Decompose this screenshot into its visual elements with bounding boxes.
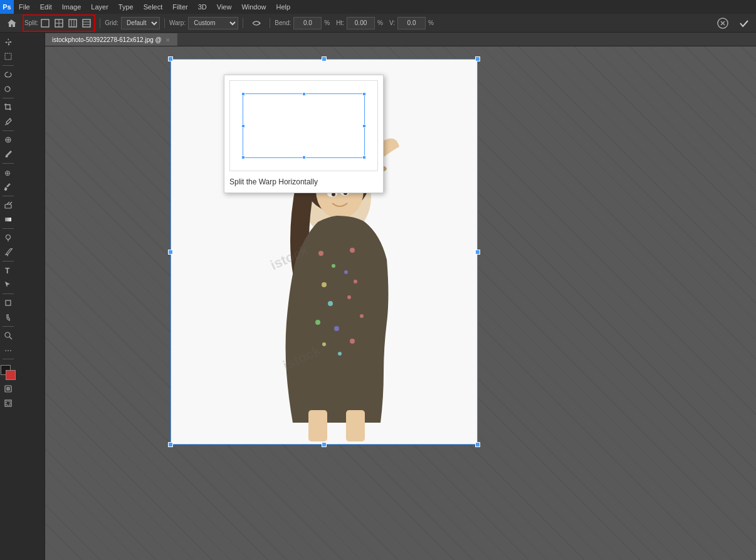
tool-extra[interactable]: ···: [1, 343, 15, 357]
bend-label: Bend:: [275, 19, 291, 26]
tool-sep8: [3, 293, 14, 294]
tool-move[interactable]: [1, 35, 15, 49]
svg-point-46: [328, 301, 333, 306]
sep1: [100, 18, 100, 28]
menu-filter[interactable]: Filter: [167, 2, 192, 12]
tool-gradient[interactable]: [1, 213, 15, 226]
menu-help[interactable]: Help: [271, 2, 296, 12]
svg-point-43: [344, 270, 348, 274]
handle-bottom-mid[interactable]: [322, 442, 327, 447]
svg-point-47: [347, 295, 351, 299]
svg-rect-27: [6, 300, 11, 305]
svg-point-51: [322, 342, 326, 346]
svg-point-19: [6, 156, 8, 157]
tool-pen[interactable]: [1, 245, 15, 259]
home-button[interactable]: [3, 16, 20, 30]
svg-rect-31: [7, 388, 9, 390]
tool-marquee[interactable]: [1, 50, 15, 63]
tab-label: istockphoto-503922278-612x612.jpg @: [52, 36, 162, 43]
menu-view[interactable]: View: [212, 2, 237, 12]
svg-point-48: [315, 320, 320, 325]
menu-layer[interactable]: Layer: [86, 2, 113, 12]
menu-type[interactable]: Type: [113, 2, 139, 12]
tool-sep6: [3, 228, 14, 229]
preview-handle-ml: [241, 124, 245, 128]
tool-healing[interactable]: [1, 133, 15, 147]
split-2x2-button[interactable]: [52, 16, 66, 30]
preview-handle-bl: [241, 156, 245, 159]
tool-quick-select[interactable]: [1, 82, 15, 96]
svg-rect-55: [346, 410, 365, 441]
image-tab[interactable]: istockphoto-503922278-612x612.jpg @ ✕: [45, 33, 177, 46]
tool-crop[interactable]: [1, 100, 15, 114]
svg-point-41: [332, 264, 335, 268]
handle-bottom-right[interactable]: [475, 442, 480, 447]
tool-sep4: [3, 163, 14, 164]
tool-sep7: [3, 261, 14, 262]
tool-mask[interactable]: [1, 382, 15, 396]
tool-sep2: [3, 98, 14, 98]
handle-mid-left[interactable]: [168, 250, 173, 255]
tool-shape[interactable]: [1, 296, 15, 310]
svg-rect-33: [6, 401, 10, 405]
tool-eyedropper[interactable]: [1, 115, 15, 129]
menu-window[interactable]: Window: [236, 2, 271, 12]
preview-handle-mr: [362, 124, 366, 128]
handle-top-left[interactable]: [168, 56, 173, 61]
color-chips[interactable]: [0, 364, 17, 381]
svg-rect-14: [5, 53, 11, 60]
svg-text:⊕: ⊕: [4, 169, 11, 177]
tool-history-brush[interactable]: [1, 180, 15, 194]
tool-sep3: [3, 130, 14, 131]
sep3: [243, 18, 243, 28]
tool-brush[interactable]: [1, 147, 15, 161]
handle-top-mid[interactable]: [322, 56, 327, 61]
tool-zoom[interactable]: [1, 329, 15, 342]
tool-lasso[interactable]: [1, 68, 15, 82]
split-3row-button[interactable]: [80, 16, 93, 30]
ht-percent: %: [377, 19, 383, 26]
tools-panel: ⊕ T: [0, 33, 16, 560]
background-color[interactable]: [6, 370, 16, 380]
cancel-warp-button[interactable]: [713, 16, 732, 30]
menu-select[interactable]: Select: [139, 2, 168, 12]
svg-line-29: [9, 337, 12, 339]
menu-3d[interactable]: 3D: [193, 2, 212, 12]
warp-select[interactable]: Custom Arc Arch Bulge Flag Fish Rise Fis…: [188, 17, 238, 29]
bend-input[interactable]: [293, 17, 322, 29]
commit-warp-button[interactable]: [735, 16, 753, 30]
menu-edit[interactable]: Edit: [35, 2, 57, 12]
tool-text[interactable]: T: [1, 263, 15, 277]
svg-point-44: [322, 282, 327, 287]
tool-frame[interactable]: [1, 396, 15, 410]
tooltip-label: Split the Warp Horizontally: [229, 176, 378, 188]
sep2: [164, 18, 165, 28]
tool-clone[interactable]: ⊕: [1, 166, 15, 179]
svg-point-53: [338, 352, 342, 356]
tool-hand[interactable]: [1, 310, 15, 324]
preview-handle-tr: [362, 92, 366, 96]
svg-point-42: [350, 248, 355, 253]
tooltip-popup: Split the Warp Horizontally: [224, 75, 384, 193]
bend-percent: %: [324, 19, 330, 26]
split-none-button[interactable]: [38, 16, 52, 30]
main-layout: ⊕ T: [0, 33, 756, 560]
menu-image[interactable]: Image: [57, 2, 87, 12]
svg-point-49: [360, 314, 364, 318]
tool-sep10: [3, 359, 14, 359]
tool-dodge[interactable]: [1, 231, 15, 245]
handle-bottom-left[interactable]: [168, 442, 173, 447]
svg-rect-54: [308, 410, 327, 441]
svg-point-45: [354, 280, 357, 283]
menu-file[interactable]: File: [14, 2, 35, 12]
handle-mid-right[interactable]: [475, 250, 480, 255]
handle-top-right[interactable]: [475, 56, 480, 61]
tool-eraser[interactable]: [1, 198, 15, 212]
ht-input[interactable]: [347, 17, 375, 29]
grid-select[interactable]: Default 3x3 4x4 5x5: [121, 17, 160, 29]
tool-path-select[interactable]: [1, 278, 15, 292]
svg-text:T: T: [5, 267, 10, 275]
vt-input[interactable]: [397, 17, 426, 29]
warp-direction-button[interactable]: [248, 16, 265, 30]
split-3col-button[interactable]: [66, 16, 80, 30]
